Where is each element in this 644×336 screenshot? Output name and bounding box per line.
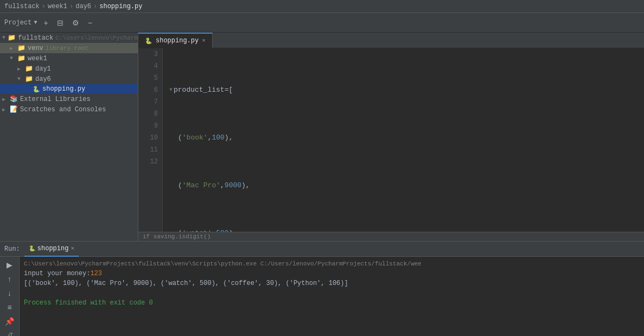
breadcrumb-day6[interactable]: day6 (75, 3, 91, 10)
run-cmd-line: C:\Users\lenovo\PycharmProjects\fullstac… (24, 259, 640, 269)
line-num-4: 4 (138, 60, 158, 72)
sidebar-item-week1[interactable]: ▼ 📁 week1 (0, 53, 138, 64)
fold-marker[interactable]: ▼ (169, 84, 173, 96)
project-label: Project (4, 19, 31, 27)
run-panel: Run: 🐍 shopping × ▶ ↑ ↓ ≡ 📌 🖨 🗑 C:\Users… (0, 241, 644, 336)
run-empty-line (24, 288, 640, 298)
chevron-down-icon: ▼ (34, 20, 37, 26)
run-content: ▶ ↑ ↓ ≡ 📌 🖨 🗑 C:\Users\lenovo\PycharmPro… (0, 257, 644, 336)
close-toolbar-button[interactable]: − (86, 17, 94, 28)
line-num-8: 8 (138, 108, 158, 120)
line-num-7: 7 (138, 96, 158, 108)
breadcrumb-week1[interactable]: week1 (48, 3, 67, 10)
run-controls: ▶ ↑ ↓ ≡ 📌 🖨 🗑 (0, 257, 20, 336)
sidebar-item-label: Scratches and Consoles (20, 106, 106, 113)
run-user-input: 123 (90, 270, 102, 277)
arrow-right-icon: ▶ (2, 96, 10, 103)
code-line-4: ('book',100), (167, 132, 644, 144)
layout-toolbar-button[interactable]: ⊟ (55, 17, 66, 28)
tab-shopping[interactable]: 🐍 shopping.py × (138, 33, 213, 48)
run-pin-button[interactable]: 📌 (3, 315, 17, 327)
project-panel-label: Project ▼ (4, 19, 37, 27)
main-area: ▼ 📁 fullstack C:\Users\lenovo\Pycharm ▶ … (0, 33, 644, 241)
sidebar-item-label: External Libraries (20, 96, 91, 103)
line-num-12: 12 (138, 156, 158, 168)
line-num-10: 10 (138, 132, 158, 144)
sidebar-item-external-libs[interactable]: ▶ 📚 External Libraries (0, 94, 138, 104)
code-line-5: ('Mac Pro',9000), (167, 180, 644, 192)
folder-icon: 📁 (8, 34, 16, 42)
toolbar: Project ▼ + ⊟ ⚙ − (0, 13, 644, 33)
run-panel-header: Run: 🐍 shopping × (0, 242, 644, 257)
sidebar-item-scratches[interactable]: ▶ 📝 Scratches and Consoles (0, 104, 138, 115)
code-line-3: ▼ product_list=[ (167, 84, 644, 96)
run-input-prompt: input your money: (24, 270, 90, 277)
run-settings-button[interactable]: ≡ (3, 301, 17, 313)
arrow-right-icon: ▶ (2, 106, 10, 113)
run-input-line: input your money:123 (24, 269, 640, 278)
sidebar: ▼ 📁 fullstack C:\Users\lenovo\Pycharm ▶ … (0, 33, 138, 241)
folder-icon: 📁 (25, 65, 33, 73)
external-libs-icon: 📚 (10, 95, 18, 103)
folder-icon: 📁 (25, 75, 33, 83)
line-num-9: 9 (138, 120, 158, 132)
arrow-down-icon: ▼ (2, 35, 8, 41)
breadcrumb-file[interactable]: shopping.py (99, 3, 142, 10)
line-num-6: 6 (138, 84, 158, 96)
sidebar-item-fullstack[interactable]: ▼ 📁 fullstack C:\Users\lenovo\Pycharm (0, 33, 138, 43)
run-tab-shopping[interactable]: 🐍 shopping × (24, 242, 79, 257)
line-num-3: 3 (138, 48, 158, 60)
run-exit-line: Process finished with exit code 0 (24, 298, 640, 308)
sidebar-item-shopping[interactable]: 🐍 shopping.py (0, 84, 138, 94)
code-lines[interactable]: ▼ product_list=[ ('book',100), ('Mac Pro… (163, 48, 644, 232)
run-output-line: [('book', 100), ('Mac Pro', 9000), ('wat… (24, 278, 640, 288)
hint-text: if saving.isdigit() (143, 233, 211, 240)
library-root-badge: library root (46, 45, 88, 52)
run-print-button[interactable]: 🖨 (3, 329, 17, 336)
breadcrumb-fullstack[interactable]: fullstack (4, 3, 40, 10)
add-toolbar-button[interactable]: + (41, 17, 50, 28)
sidebar-item-label: venv (28, 45, 43, 52)
hint-bar: if saving.isdigit() (138, 232, 644, 241)
run-tab-close[interactable]: × (71, 245, 74, 252)
tab-bar: 🐍 shopping.py × (138, 33, 644, 48)
breadcrumb-bar: fullstack › week1 › day6 › shopping.py (0, 0, 644, 13)
sidebar-item-label: fullstack (18, 34, 53, 42)
run-output: C:\Users\lenovo\PycharmProjects\fullstac… (20, 257, 644, 336)
tab-label: shopping.py (156, 37, 199, 45)
python-tab-icon: 🐍 (145, 37, 152, 45)
code-content: 3 4 5 6 7 8 9 10 11 12 ▼ product_list=[ (138, 48, 644, 232)
settings-toolbar-button[interactable]: ⚙ (70, 17, 81, 28)
line-numbers: 3 4 5 6 7 8 9 10 11 12 (138, 48, 163, 232)
code-editor: 🐍 shopping.py × 3 4 5 6 7 8 9 10 11 12 (138, 33, 644, 241)
run-scroll-up-button[interactable]: ↑ (3, 273, 17, 285)
sidebar-item-day1[interactable]: ▶ 📁 day1 (0, 64, 138, 74)
arrow-down-icon: ▼ (17, 76, 25, 82)
arrow-right-icon: ▶ (10, 45, 17, 52)
sidebar-path: C:\Users\lenovo\Pycharm (55, 35, 138, 41)
tab-close-button[interactable]: × (202, 37, 206, 44)
run-tab-label: shopping (37, 245, 69, 252)
arrow-down-icon: ▼ (10, 55, 17, 61)
sidebar-item-venv[interactable]: ▶ 📁 venv library root (0, 43, 138, 53)
line-num-11: 11 (138, 144, 158, 156)
sidebar-item-label: week1 (28, 55, 47, 62)
run-python-icon: 🐍 (29, 245, 35, 252)
run-label: Run: (4, 245, 20, 253)
sidebar-item-label: day6 (35, 75, 51, 83)
folder-icon: 📁 (17, 54, 25, 62)
run-exit-text: Process finished with exit code 0 (24, 299, 153, 307)
line-num-5: 5 (138, 72, 158, 84)
run-play-button[interactable]: ▶ (3, 259, 17, 271)
code-line-6: ('watch',500), (167, 227, 644, 232)
arrow-right-icon: ▶ (17, 66, 25, 72)
python-file-icon: 🐍 (33, 86, 40, 93)
scratches-icon: 📝 (10, 105, 18, 113)
sidebar-item-label: shopping.py (42, 85, 85, 93)
sidebar-item-day6[interactable]: ▼ 📁 day6 (0, 74, 138, 84)
sidebar-item-label: day1 (35, 65, 51, 73)
folder-icon: 📁 (17, 44, 25, 52)
run-scroll-down-button[interactable]: ↓ (3, 287, 17, 299)
